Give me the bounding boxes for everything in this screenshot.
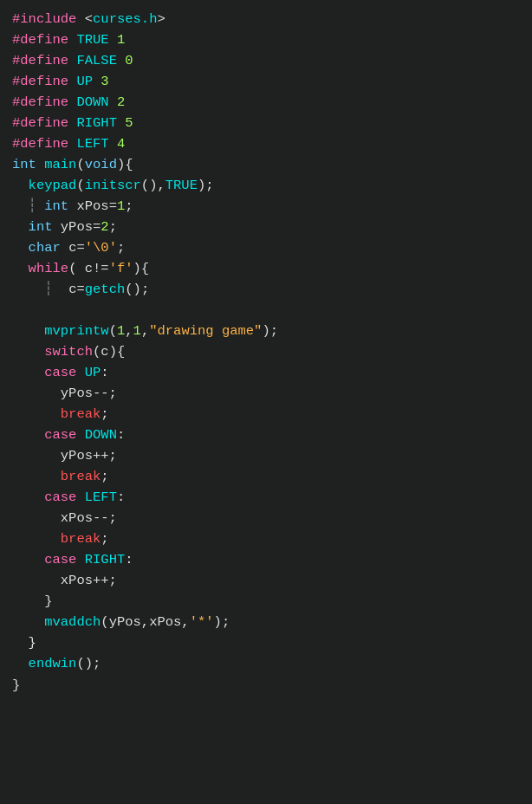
code-line-16: mvprintw(1,1,"drawing game"); bbox=[12, 321, 532, 341]
code-line-33: } bbox=[12, 675, 532, 696]
code-line-1: #include <curses.h> bbox=[12, 9, 532, 29]
code-line-32: endwin(); bbox=[12, 653, 532, 674]
code-line-19: yPos--; bbox=[12, 383, 532, 404]
code-line-15 bbox=[12, 300, 532, 321]
code-line-10: ┆ int xPos=1; bbox=[12, 196, 532, 217]
code-line-17: switch(c){ bbox=[12, 341, 532, 362]
code-line-29: } bbox=[12, 591, 532, 612]
code-line-9: keypad(initscr(),TRUE); bbox=[12, 175, 532, 196]
code-line-30: mvaddch(yPos,xPos,'*'); bbox=[12, 612, 532, 632]
code-line-18: case UP: bbox=[12, 362, 532, 383]
code-line-31: } bbox=[12, 632, 532, 653]
code-line-20: break; bbox=[12, 404, 532, 425]
code-line-28: xPos++; bbox=[12, 570, 532, 591]
code-line-25: xPos--; bbox=[12, 508, 532, 528]
code-line-23: break; bbox=[12, 466, 532, 487]
code-line-12: char c='\0'; bbox=[12, 237, 532, 258]
code-line-4: #define UP 3 bbox=[12, 71, 532, 92]
code-line-8: int main(void){ bbox=[12, 154, 532, 175]
code-line-26: break; bbox=[12, 528, 532, 549]
code-line-11: int yPos=2; bbox=[12, 217, 532, 237]
code-line-27: case RIGHT: bbox=[12, 549, 532, 570]
code-line-14: ┆ c=getch(); bbox=[12, 279, 532, 300]
code-line-22: yPos++; bbox=[12, 445, 532, 466]
code-line-21: case DOWN: bbox=[12, 425, 532, 445]
code-line-13: while( c!='f'){ bbox=[12, 258, 532, 279]
code-line-7: #define LEFT 4 bbox=[12, 133, 532, 154]
code-line-6: #define RIGHT 5 bbox=[12, 113, 532, 133]
code-line-5: #define DOWN 2 bbox=[12, 92, 532, 113]
code-editor: #include <curses.h> #define TRUE 1 #defi… bbox=[0, 0, 532, 804]
code-line-2: #define TRUE 1 bbox=[12, 29, 532, 50]
code-line-24: case LEFT: bbox=[12, 487, 532, 508]
code-line-3: #define FALSE 0 bbox=[12, 50, 532, 71]
